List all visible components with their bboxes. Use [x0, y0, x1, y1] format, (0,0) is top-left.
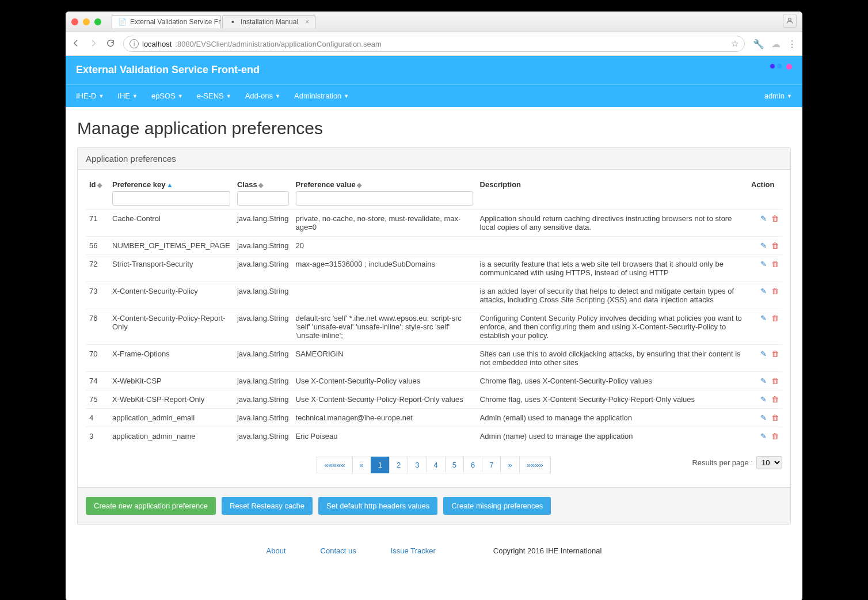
back-button[interactable]: [71, 39, 81, 50]
page-button[interactable]: 6: [463, 457, 482, 473]
filter-key-input[interactable]: [112, 191, 230, 206]
delete-icon[interactable]: 🗑: [771, 241, 779, 250]
nav-item-ihe-d[interactable]: IHE-D▼: [76, 92, 104, 100]
nav-item-epsos[interactable]: epSOS▼: [151, 92, 183, 100]
page-button[interactable]: »»»»: [519, 457, 551, 473]
window-close-button[interactable]: [71, 18, 78, 25]
browser-tab-active[interactable]: 📄 External Validation Service Fro ×: [112, 15, 221, 28]
delete-icon[interactable]: 🗑: [771, 395, 779, 404]
filter-value-input[interactable]: [296, 191, 473, 206]
edit-icon[interactable]: ✎: [760, 413, 767, 422]
nav-item-administration[interactable]: Administration▼: [294, 92, 349, 100]
reset-cache-button[interactable]: Reset Resteasy cache: [222, 497, 313, 515]
create-missing-button[interactable]: Create missing preferences: [443, 497, 551, 515]
cell-id: 75: [86, 390, 109, 409]
delete-icon[interactable]: 🗑: [771, 287, 779, 295]
page-button[interactable]: 4: [427, 457, 446, 473]
delete-icon[interactable]: 🗑: [771, 214, 779, 223]
page-button[interactable]: 3: [408, 457, 427, 473]
table-row: 76X-Content-Security-Policy-Report-Onlyj…: [86, 309, 782, 345]
delete-icon[interactable]: 🗑: [771, 432, 779, 440]
page-button[interactable]: 1: [371, 457, 390, 473]
footer-about-link[interactable]: About: [267, 546, 286, 555]
sort-icon[interactable]: ◆: [357, 181, 361, 188]
cell-value: Eric Poiseau: [292, 427, 477, 446]
edit-icon[interactable]: ✎: [760, 432, 767, 440]
col-header-key[interactable]: Preference key▲: [109, 176, 234, 210]
pagination: ««««««1234567»»»»»: [86, 457, 782, 473]
browser-tabs: 📄 External Validation Service Fro × ▪️ I…: [112, 15, 317, 28]
reload-button[interactable]: [106, 39, 115, 50]
sort-asc-icon[interactable]: ▲: [167, 181, 173, 188]
page-button[interactable]: 7: [482, 457, 501, 473]
tab-close-icon[interactable]: ×: [305, 18, 309, 26]
bookmark-icon[interactable]: ☆: [731, 39, 738, 49]
edit-icon[interactable]: ✎: [760, 350, 767, 358]
edit-icon[interactable]: ✎: [760, 241, 767, 250]
chevron-down-icon: ▼: [178, 93, 183, 99]
page-button[interactable]: «««««: [317, 457, 352, 473]
page-button[interactable]: 2: [389, 457, 408, 473]
extension-icon[interactable]: ☁︎: [771, 39, 781, 50]
window-maximize-button[interactable]: [94, 18, 101, 25]
edit-icon[interactable]: ✎: [760, 377, 767, 385]
col-header-id[interactable]: Id◆: [86, 176, 109, 210]
delete-icon[interactable]: 🗑: [771, 377, 779, 385]
tab-favicon-icon: 📄: [118, 18, 127, 26]
profile-button[interactable]: [783, 14, 797, 28]
nav-item-esens[interactable]: e-SENS▼: [197, 92, 231, 100]
sort-icon[interactable]: ◆: [258, 181, 263, 188]
filter-class-input[interactable]: [237, 191, 289, 206]
page-button[interactable]: 5: [445, 457, 464, 473]
page-button[interactable]: «: [352, 457, 371, 473]
window-minimize-button[interactable]: [83, 18, 90, 25]
browser-tab[interactable]: ▪️ Installation Manual ×: [222, 15, 315, 28]
cell-value: technical.manager@ihe-europe.net: [292, 409, 477, 427]
edit-icon[interactable]: ✎: [760, 260, 767, 268]
edit-icon[interactable]: ✎: [760, 395, 767, 404]
header-label: Description: [480, 180, 521, 189]
forward-button[interactable]: [89, 39, 98, 50]
set-default-headers-button[interactable]: Set default http headers values: [318, 497, 437, 515]
cell-class: java.lang.String: [234, 390, 292, 409]
sort-icon[interactable]: ◆: [97, 181, 102, 188]
cell-key: Strict-Transport-Security: [109, 255, 234, 282]
nav-label: IHE-D: [76, 92, 96, 100]
cell-class: java.lang.String: [234, 309, 292, 345]
nav-label: IHE: [117, 92, 130, 100]
page-button[interactable]: »: [500, 457, 519, 473]
edit-icon[interactable]: ✎: [760, 314, 767, 322]
col-header-class[interactable]: Class◆: [234, 176, 292, 210]
cell-key: application_admin_email: [109, 409, 234, 427]
cell-value: SAMEORIGIN: [292, 345, 477, 372]
footer: About Contact us Issue Tracker Copyright…: [66, 536, 802, 600]
edit-icon[interactable]: ✎: [760, 214, 767, 223]
svg-point-0: [789, 18, 791, 21]
nav-item-user[interactable]: admin▼: [764, 92, 792, 100]
create-preference-button[interactable]: Create new application preference: [86, 497, 216, 515]
address-bar[interactable]: i localhost:8080/EVSClient/administratio…: [123, 36, 745, 52]
footer-issue-tracker-link[interactable]: Issue Tracker: [391, 546, 436, 555]
delete-icon[interactable]: 🗑: [771, 260, 779, 268]
extension-icon[interactable]: 🔧: [753, 39, 764, 50]
menu-icon[interactable]: ⋮: [787, 39, 797, 50]
delete-icon[interactable]: 🗑: [771, 413, 779, 422]
delete-icon[interactable]: 🗑: [771, 314, 779, 322]
page-title: Manage application preferences: [77, 119, 791, 138]
header-label: Class: [237, 180, 257, 189]
app-title: External Validation Service Front-end: [76, 64, 260, 76]
info-icon[interactable]: i: [130, 39, 139, 48]
cell-id: 70: [86, 345, 109, 372]
footer-contact-link[interactable]: Contact us: [321, 546, 356, 555]
nav-item-addons[interactable]: Add-ons▼: [245, 92, 280, 100]
results-per-page-select[interactable]: 10: [756, 456, 782, 469]
col-header-value[interactable]: Preference value◆: [292, 176, 477, 210]
cell-id: 74: [86, 372, 109, 390]
delete-icon[interactable]: 🗑: [771, 350, 779, 358]
edit-icon[interactable]: ✎: [760, 287, 767, 295]
nav-label: epSOS: [151, 92, 176, 100]
window-titlebar: 📄 External Validation Service Fro × ▪️ I…: [66, 12, 802, 32]
cell-key: X-Frame-Options: [109, 345, 234, 372]
cell-class: java.lang.String: [234, 345, 292, 372]
nav-item-ihe[interactable]: IHE▼: [117, 92, 138, 100]
